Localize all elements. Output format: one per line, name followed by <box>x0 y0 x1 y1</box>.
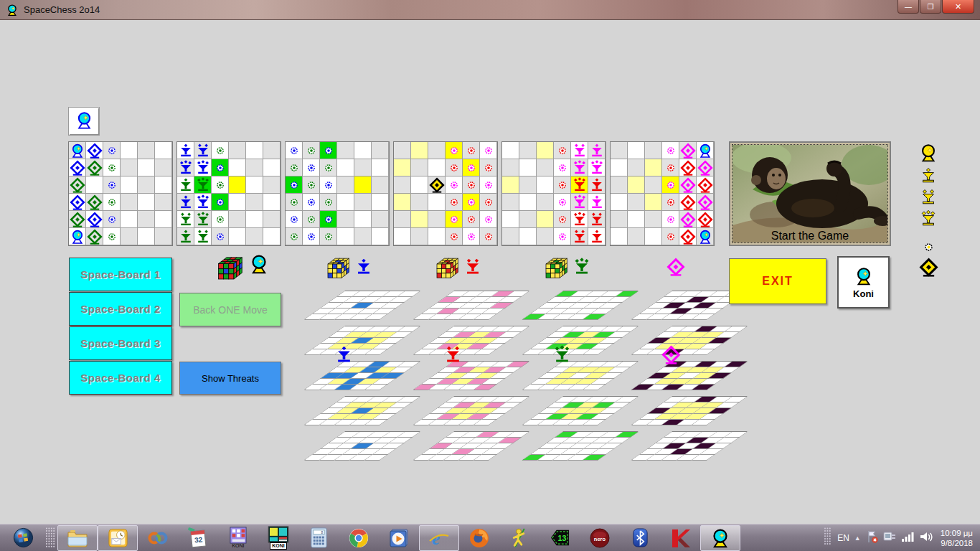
board-cell[interactable] <box>411 211 428 228</box>
board-cell[interactable] <box>263 142 281 159</box>
board-cell[interactable] <box>463 142 480 159</box>
tray-plug-icon[interactable] <box>882 530 897 546</box>
board-cell[interactable] <box>411 176 428 194</box>
messenger-runner-taskbar-icon[interactable] <box>499 525 540 551</box>
board-cell[interactable] <box>246 228 263 245</box>
board-cell[interactable] <box>103 194 121 211</box>
board-cell[interactable] <box>138 194 155 211</box>
board-cell[interactable] <box>662 211 679 228</box>
board-cell[interactable] <box>480 159 497 176</box>
board-cell[interactable] <box>502 176 519 194</box>
board-cell[interactable] <box>463 159 480 176</box>
board-cell[interactable] <box>697 176 714 194</box>
board-cell[interactable] <box>372 142 389 159</box>
board-cell[interactable] <box>480 228 497 245</box>
board-cell[interactable] <box>519 159 537 176</box>
board-cell[interactable] <box>121 176 138 194</box>
selected-piece-box[interactable] <box>68 107 100 136</box>
board-cell[interactable] <box>229 211 246 228</box>
board-cell[interactable] <box>303 211 320 228</box>
internet-explorer-taskbar-icon[interactable]: e <box>419 525 459 551</box>
board-cell[interactable] <box>697 228 714 245</box>
board-cell[interactable] <box>519 176 537 194</box>
board-cell[interactable] <box>554 159 571 176</box>
maximize-button[interactable]: ❐ <box>920 0 941 14</box>
board-cell[interactable] <box>320 142 337 159</box>
board-cell[interactable] <box>86 194 103 211</box>
board-cell[interactable] <box>337 176 354 194</box>
board-cell[interactable] <box>463 194 480 211</box>
board-cell[interactable] <box>212 194 229 211</box>
nero-taskbar-icon[interactable]: nero <box>580 525 620 551</box>
board-cell[interactable] <box>372 228 389 245</box>
kaspersky-taskbar-icon[interactable] <box>660 525 700 551</box>
board-cell[interactable] <box>263 211 281 228</box>
board-cell[interactable] <box>286 142 303 159</box>
board-cell[interactable] <box>212 228 229 245</box>
board-cell[interactable] <box>662 159 679 176</box>
board-cell[interactable] <box>86 142 103 159</box>
board-cell[interactable] <box>519 228 537 245</box>
board-cell[interactable] <box>411 194 428 211</box>
board-cell[interactable] <box>86 211 103 228</box>
board-cell[interactable] <box>337 194 354 211</box>
board-cell[interactable] <box>662 176 679 194</box>
board-cell[interactable] <box>537 194 554 211</box>
app-13-taskbar-icon[interactable]: 13 <box>540 525 580 551</box>
board-cell[interactable] <box>411 142 428 159</box>
board-cell[interactable] <box>611 159 628 176</box>
board-cell[interactable] <box>263 176 281 194</box>
board-cell[interactable] <box>103 228 121 245</box>
board-cell[interactable] <box>611 194 628 211</box>
board-cell[interactable] <box>502 142 519 159</box>
board-cell[interactable] <box>177 142 194 159</box>
board-cell[interactable] <box>155 159 172 176</box>
board-cell[interactable] <box>194 211 212 228</box>
board-cell[interactable] <box>588 228 606 245</box>
board-cell[interactable] <box>320 176 337 194</box>
board-cell[interactable] <box>428 211 446 228</box>
board-cell[interactable] <box>588 176 606 194</box>
board-cell[interactable] <box>645 142 662 159</box>
board-cell[interactable] <box>628 176 645 194</box>
board-cell[interactable] <box>263 159 281 176</box>
board-cell[interactable] <box>628 159 645 176</box>
board-cell[interactable] <box>571 194 588 211</box>
board-cell[interactable] <box>679 194 697 211</box>
board-cell[interactable] <box>69 142 86 159</box>
board-cell[interactable] <box>303 228 320 245</box>
board-cell[interactable] <box>121 228 138 245</box>
board-cell[interactable] <box>138 228 155 245</box>
board-cell[interactable] <box>286 159 303 176</box>
board-cell[interactable] <box>502 211 519 228</box>
board-cell[interactable] <box>337 159 354 176</box>
board-cell[interactable] <box>337 211 354 228</box>
spacechess-app-taskbar-icon[interactable] <box>700 525 740 551</box>
board-cell[interactable] <box>194 176 212 194</box>
board-cell[interactable] <box>212 176 229 194</box>
board-cell[interactable] <box>263 228 281 245</box>
board-cell[interactable] <box>697 159 714 176</box>
board-cell[interactable] <box>537 176 554 194</box>
board-cell[interactable] <box>554 211 571 228</box>
back-one-move-button[interactable]: Back ONE Move <box>179 293 281 326</box>
board-cell[interactable] <box>428 159 446 176</box>
board-cell[interactable] <box>212 211 229 228</box>
board-cell[interactable] <box>554 228 571 245</box>
board-cell[interactable] <box>519 194 537 211</box>
board-cell[interactable] <box>537 228 554 245</box>
tray-expand-arrow[interactable]: ▲ <box>854 534 861 542</box>
board-cell[interactable] <box>697 211 714 228</box>
board-cell[interactable] <box>537 211 554 228</box>
board-cell[interactable] <box>428 194 446 211</box>
visual-studio-taskbar-icon[interactable] <box>138 525 178 551</box>
board-cell[interactable] <box>286 176 303 194</box>
board-cell[interactable] <box>263 194 281 211</box>
board-cell[interactable] <box>554 142 571 159</box>
board-cell[interactable] <box>411 228 428 245</box>
space-board-button-3[interactable]: Space-Board 3 <box>69 326 172 360</box>
board-cell[interactable] <box>303 159 320 176</box>
board-cell[interactable] <box>588 142 606 159</box>
board-cell[interactable] <box>537 142 554 159</box>
board-cell[interactable] <box>662 194 679 211</box>
